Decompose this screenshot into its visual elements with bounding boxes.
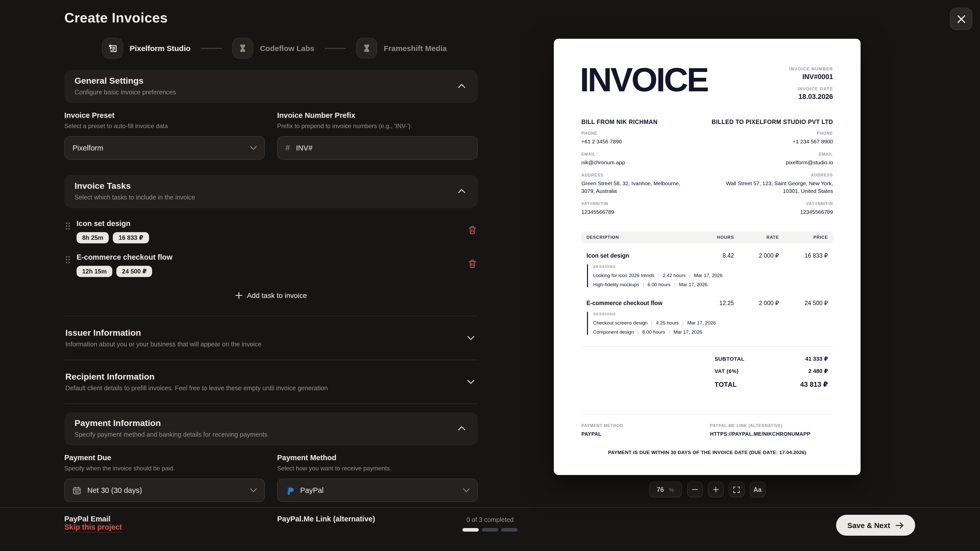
- invoice-preview: INVOICE INVOICE NUMBER INV#0001 INVOICE …: [554, 39, 861, 475]
- progress-segment: [463, 528, 479, 532]
- task-list: Icon set design 8h 25m 16 833 ₽: [64, 214, 478, 282]
- invoice-prefix-input-wrap: #: [277, 136, 478, 160]
- column-header: HOURS: [702, 235, 734, 240]
- separator: [638, 329, 639, 335]
- delete-task-button[interactable]: [468, 225, 477, 235]
- skip-project-link[interactable]: Skip this project: [64, 523, 122, 533]
- zoom-in-button[interactable]: [708, 482, 724, 497]
- stepper-item-label: Frameshift Media: [384, 44, 447, 52]
- session-name: Looking for icon 2026 trends: [593, 272, 654, 278]
- section-subtitle: Select which tasks to include in the inv…: [75, 194, 195, 201]
- zoom-out-button[interactable]: [687, 482, 703, 497]
- create-invoices-modal: Create Invoices Pixelform Studio: [0, 0, 980, 551]
- section-subtitle: Specify payment method and banking detai…: [75, 431, 267, 438]
- task-amount-badge: 16 833 ₽: [113, 232, 149, 243]
- session-hours: 4.25 hours: [656, 320, 679, 326]
- payment-method-label: PAYMENT METHOD: [581, 424, 710, 428]
- session-hours: 2.42 hours: [663, 272, 686, 278]
- separator: [689, 272, 690, 278]
- session-hours: 6.00 hours: [648, 282, 671, 287]
- section-header-invoice-tasks[interactable]: Invoice Tasks Select which tasks to incl…: [64, 175, 478, 208]
- section-header-recipient-information[interactable]: Recipient Information Default client det…: [64, 360, 478, 403]
- task-name: E-commerce checkout flow: [76, 253, 172, 261]
- line-hours: 8.42: [702, 252, 734, 259]
- invoice-form: General Settings Configure basic invoice…: [64, 70, 478, 523]
- task-duration-badge: 12h 15m: [76, 266, 112, 277]
- column-header: DESCRIPTION: [587, 235, 702, 240]
- save-next-label: Save & Next: [847, 521, 890, 529]
- subtotal-label: SUBTOTAL: [714, 356, 745, 362]
- email-label: EMAIL: [581, 152, 691, 157]
- progress-segment: [482, 528, 498, 532]
- table-divider: [581, 346, 833, 347]
- drag-handle-icon[interactable]: [65, 253, 76, 266]
- email-value: nik@chronum.app: [581, 159, 691, 167]
- section-header-general-settings[interactable]: General Settings Configure basic invoice…: [64, 70, 478, 103]
- stepper-item-codeflow-labs[interactable]: Codeflow Labs: [232, 38, 314, 59]
- zoom-level-input[interactable]: 76 %: [649, 482, 682, 497]
- session-entry: Component design8.00 hoursMar 17, 2026: [593, 329, 828, 335]
- arrow-right-icon: [895, 522, 904, 529]
- section-subtitle: Configure basic invoice preferences: [75, 89, 176, 96]
- stepper-item-pixelform-studio[interactable]: Pixelform Studio: [102, 38, 190, 59]
- session-name: Component design: [593, 329, 634, 335]
- invoice-title: INVOICE: [580, 64, 708, 95]
- section-subtitle: Default client details to prefill invoic…: [65, 385, 328, 392]
- sessions-label: SESSIONS: [593, 264, 828, 269]
- invoice-preview-panel: INVOICE INVOICE NUMBER INV#0001 INVOICE …: [554, 39, 861, 497]
- separator: [669, 329, 670, 335]
- section-header-payment-information[interactable]: Payment Information Specify payment meth…: [64, 412, 478, 445]
- invoice-prefix-field: Invoice Number Prefix Prefix to prepend …: [277, 111, 478, 160]
- section-header-issuer-information[interactable]: Issuer Information Information about you…: [64, 316, 478, 360]
- save-next-button[interactable]: Save & Next: [836, 515, 915, 536]
- fullscreen-button[interactable]: [729, 482, 745, 497]
- phone-value: +61 2 3456 7890: [581, 138, 691, 146]
- session-hours: 8.00 hours: [642, 329, 665, 335]
- task-duration-badge: 8h 25m: [76, 232, 109, 243]
- stepper-connector: [200, 48, 222, 49]
- delete-task-button[interactable]: [468, 259, 477, 268]
- session-name: High-fidelity mockups: [593, 282, 639, 287]
- payment-due-select[interactable]: Net 30 (30 days): [64, 478, 265, 502]
- paypal-icon: [285, 486, 294, 495]
- payment-method-select[interactable]: PayPal: [277, 478, 478, 502]
- add-task-button[interactable]: Add task to invoice: [228, 286, 314, 305]
- drag-handle-icon[interactable]: [65, 219, 76, 232]
- session-date: Mar 17, 2026: [679, 282, 708, 287]
- invoice-table-header: DESCRIPTION HOURS RATE PRICE: [581, 232, 833, 243]
- vat-value: 12345566789: [723, 208, 833, 216]
- progress-text: 0 of 3 completed: [466, 516, 514, 524]
- vat-value: 12345566789: [581, 208, 691, 216]
- calendar-icon: [73, 486, 81, 495]
- task-row: Icon set design 8h 25m 16 833 ₽: [64, 214, 478, 248]
- billed-to-block: BILLED TO PIXELFORM STUDIO PVT LTD PHONE…: [711, 119, 833, 216]
- section-divider: [64, 403, 478, 404]
- email-value: pixelform@studio.io: [723, 159, 833, 167]
- trash-icon: [468, 225, 477, 235]
- task-amount-badge: 24 500 ₽: [116, 266, 152, 277]
- hourglass-icon: [232, 38, 253, 59]
- invoice-preset-select[interactable]: Pixelform: [64, 136, 265, 160]
- page-title: Create Invoices: [64, 10, 168, 26]
- close-icon: [956, 14, 966, 24]
- session-date: Mar 17, 2026: [694, 272, 722, 278]
- zoom-value: 76: [657, 486, 664, 493]
- chevron-up-icon: [455, 426, 468, 430]
- invoice-prefix-input[interactable]: [296, 144, 469, 152]
- text-size-button[interactable]: Aa: [749, 482, 765, 497]
- section-title: Issuer Information: [65, 328, 262, 338]
- separator: [651, 320, 652, 326]
- preview-zoom-controls: 76 % Aa: [554, 482, 861, 497]
- chevron-down-icon: [465, 380, 477, 384]
- email-label: EMAIL: [711, 152, 833, 157]
- text-size-label: Aa: [753, 486, 762, 493]
- payment-method-field: Payment Method Select how you want to re…: [277, 454, 478, 502]
- session-entry: Looking for icon 2026 trends2.42 hoursMa…: [593, 272, 828, 278]
- stepper-item-frameshift-media[interactable]: Frameshift Media: [356, 38, 447, 59]
- close-button[interactable]: [950, 8, 972, 30]
- line-hours: 12.25: [702, 300, 734, 306]
- progress-segment: [501, 528, 517, 532]
- stepper-item-label: Codeflow Labs: [260, 44, 314, 52]
- paypal-link-value: HTTPS://PAYPAL.ME/NIKCHRONUMAPP: [710, 431, 810, 437]
- trash-icon: [468, 259, 477, 268]
